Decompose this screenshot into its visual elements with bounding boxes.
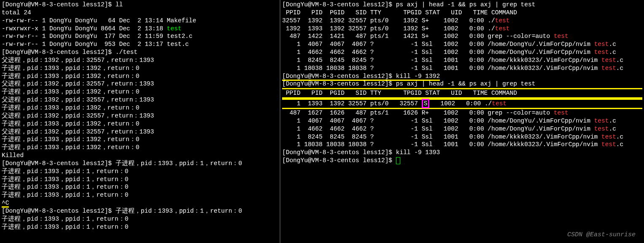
ps-row: 1 4067 4067 4067 ? -1 Ssl 1002 0:00 /hom… <box>282 117 642 125</box>
orphan-output: 子进程，pid：1393，ppid：1，return：0子进程，pid：1393… <box>2 168 278 199</box>
prompt-line: [DongYu@VM-8-3-centos less12]$ 子进程，pid：1… <box>2 207 278 215</box>
watermark-text: CSDN @East-sunrise <box>567 231 636 239</box>
proc-row: 父进程，pid：1392，ppid：32557，return：1393 <box>2 80 278 88</box>
ctrl-c-line: ^C <box>2 199 278 207</box>
kill-cmd-text: [DongYu@VM-8-3-centos less12]$ kill -9 1… <box>282 73 440 81</box>
proc-row: 子进程，pid：1393，ppid：1392，return：0 <box>2 72 278 80</box>
ps-row: 1 18038 18038 18038 ? -1 Ssl 1001 0:00 /… <box>282 141 642 149</box>
ps-row: 1 18038 18038 18038 ? -1 Ssl 1001 0:00 /… <box>282 64 642 72</box>
orphan-row: 子进程，pid：1393，ppid：1，return：0 <box>2 183 278 191</box>
prompt-line: [DongYu@VM-8-3-centos less12]$ ps axj | … <box>282 1 642 9</box>
orphan-row: 子进程，pid：1393，ppid：1，return：0 <box>2 176 278 184</box>
ps-output-1: 32557 1392 1392 32557 pts/0 1392 S+ 1002… <box>282 17 642 72</box>
prompt-line: [DongYu@VM-8-3-centos less12]$ ./test <box>2 48 278 56</box>
proc-row: 子进程，pid：1393，ppid：1392，return：0 <box>2 144 278 152</box>
prompt-line: [DongYu@VM-8-3-centos less12]$ <box>282 157 642 165</box>
proc-row: 父进程，pid：1392，ppid：32557，return：1393 <box>2 96 278 104</box>
ps-row: 32557 1392 1392 32557 pts/0 1392 S+ 1002… <box>282 17 642 25</box>
ps-row: 1 8245 8245 8245 ? -1 Ssl 1001 0:00 /hom… <box>282 56 642 64</box>
ls-row: -rw-rw-r-- 1 DongYu DongYu 177 Dec 2 11:… <box>2 32 278 40</box>
killed-line: Killed <box>2 152 278 160</box>
ls-row: -rw-rw-r-- 1 DongYu DongYu 953 Dec 2 13:… <box>2 40 278 48</box>
prompt-line: [DongYu@VM-8-3-centos less12]$ 子进程，pid：1… <box>2 160 278 168</box>
ps-row: 1 4662 4662 4662 ? -1 Ssl 1002 0:00 /hom… <box>282 48 642 56</box>
ps-row: 487 1422 1421 487 pts/1 1421 S+ 1002 0:0… <box>282 32 642 40</box>
orphan-row: 子进程，pid：1393，ppid：1，return：0 <box>2 215 278 223</box>
ps-row: 1392 1393 1392 32557 pts/0 1392 S+ 1002 … <box>282 25 642 33</box>
proc-row: 子进程，pid：1393，ppid：1392，return：0 <box>2 136 278 144</box>
left-terminal[interactable]: [DongYu@VM-8-3-centos less12]$ ll total … <box>0 0 280 243</box>
kill-line-2: [DongYu@VM-8-3-centos less12]$ kill -9 1… <box>282 149 642 157</box>
kill-line: [DongYu@VM-8-3-centos less12]$ kill -9 1… <box>282 72 642 80</box>
proc-row: 子进程，pid：1393，ppid：1392，return：0 <box>2 120 278 128</box>
ps-header: PPID PID PGID SID TTY TPGID STAT UID TIM… <box>282 9 642 17</box>
proc-row: 子进程，pid：1393，ppid：1392，return：0 <box>2 104 278 112</box>
prompt-line: [DongYu@VM-8-3-centos less12]$ ll <box>2 1 278 9</box>
ps-output-2: 487 1627 1626 487 pts/1 1626 R+ 1002 0:0… <box>282 109 642 149</box>
prompt-text: [DongYu@VM-8-3-centos less12]$ <box>282 157 396 164</box>
orphan-row: 子进程，pid：1393，ppid：1，return：0 <box>2 223 278 231</box>
ps-header-2: PPID PID PGID SID TTY TPGID STAT UID TIM… <box>282 88 642 99</box>
ps-row: 1 4662 4662 4662 ? -1 Ssl 1002 0:00 /hom… <box>282 125 642 133</box>
ps-row: 1 4067 4067 4067 ? -1 Ssl 1002 0:00 /hom… <box>282 40 642 48</box>
ps-row: 487 1627 1626 487 pts/1 1626 R+ 1002 0:0… <box>282 109 642 117</box>
orphan-output-2: 子进程，pid：1393，ppid：1，return：0子进程，pid：1393… <box>2 215 278 231</box>
process-output: 父进程，pid：1392，ppid：32557，return：1393子进程，p… <box>2 56 278 152</box>
total-line: total 24 <box>2 9 278 17</box>
cursor-icon <box>396 157 400 164</box>
proc-row: 父进程，pid：1392，ppid：32557，return：1393 <box>2 112 278 120</box>
proc-row: 父进程，pid：1392，ppid：32557，return：1393 <box>2 56 278 64</box>
ls-row: -rwxrwxr-x 1 DongYu DongYu 8664 Dec 2 13… <box>2 25 278 33</box>
right-terminal[interactable]: [DongYu@VM-8-3-centos less12]$ ps axj | … <box>280 0 644 243</box>
ls-row: -rw-rw-r-- 1 DongYu DongYu 64 Dec 2 13:1… <box>2 17 278 25</box>
proc-row: 子进程，pid：1393，ppid：1392，return：0 <box>2 88 278 96</box>
ls-output: -rw-rw-r-- 1 DongYu DongYu 64 Dec 2 13:1… <box>2 17 278 48</box>
ctrl-c-text: ^C <box>2 200 9 208</box>
terminal-side-by-side: [DongYu@VM-8-3-centos less12]$ ll total … <box>0 0 644 243</box>
orphan-row: 子进程，pid：1393，ppid：1，return：0 <box>2 168 278 176</box>
ps-row: 1 8245 8245 8245 ? -1 Ssl 1001 0:00 /hom… <box>282 133 642 141</box>
prompt-line: [DongYu@VM-8-3-centos less12]$ ps axj | … <box>282 80 642 88</box>
ps-highlighted-row: 1 1393 1392 32557 pts/0 32557 S 1002 0:0… <box>282 99 642 109</box>
proc-row: 父进程，pid：1392，ppid：32557，return：1393 <box>2 128 278 136</box>
orphan-row: 子进程，pid：1393，ppid：1，return：0 <box>2 191 278 199</box>
proc-row: 子进程，pid：1393，ppid：1392，return：0 <box>2 64 278 72</box>
